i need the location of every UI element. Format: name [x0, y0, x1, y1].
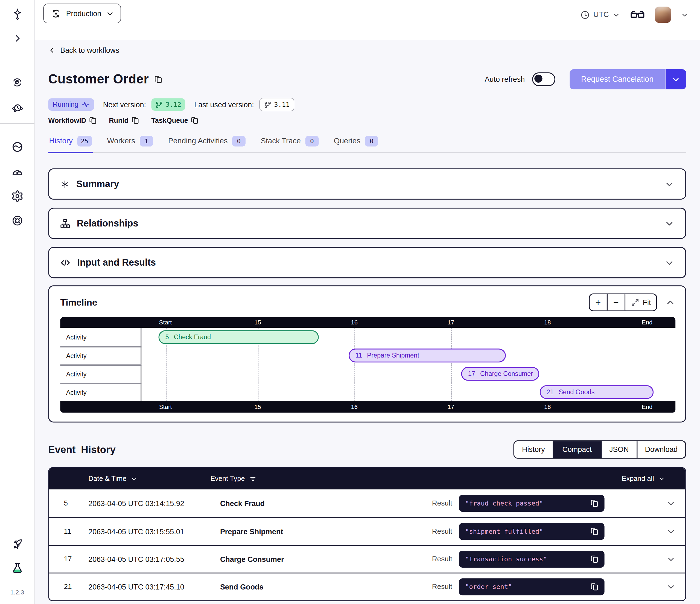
timezone-label: UTC — [593, 10, 609, 19]
gridline — [258, 364, 258, 383]
title-actions: Auto refresh Request Cancelation — [484, 69, 686, 89]
tab-history[interactable]: History 25 — [48, 136, 93, 153]
account-menu-chevron-icon[interactable] — [681, 11, 689, 19]
code-icon — [60, 257, 71, 268]
event-row[interactable]: 21 2063-04-05 UTC 03:17:45.10 Send Goods… — [49, 573, 685, 600]
sidebar-item-nexus-icon[interactable] — [8, 138, 26, 156]
copy-icon[interactable] — [131, 116, 140, 124]
sitemap-icon — [60, 218, 71, 229]
expand-row-chevron-icon[interactable] — [666, 554, 676, 564]
tab-workers[interactable]: Workers 1 — [106, 136, 154, 153]
event-history-title: Event History — [48, 444, 116, 455]
tab-count-badge: 1 — [140, 136, 153, 146]
copy-result-icon[interactable] — [590, 499, 599, 508]
copy-result-icon[interactable] — [590, 582, 599, 591]
sidebar-item-labs-flask-icon[interactable] — [8, 559, 26, 577]
temporal-logo-icon[interactable] — [8, 5, 26, 23]
gridline — [355, 328, 355, 346]
column-date-time[interactable]: Date & Time — [88, 475, 138, 483]
sidebar-item-support-icon[interactable] — [8, 212, 26, 229]
git-branch-icon — [264, 101, 272, 108]
run-id-copy[interactable]: RunId — [109, 116, 140, 124]
auto-refresh-toggle[interactable] — [532, 72, 555, 86]
tab-queries[interactable]: Queries 0 — [333, 136, 379, 153]
back-to-workflows-link[interactable]: Back to workflows — [48, 46, 119, 54]
copy-workflow-name-icon[interactable] — [154, 75, 163, 84]
section-summary[interactable]: Summary — [48, 169, 686, 200]
sidebar-item-settings-icon[interactable] — [8, 187, 26, 205]
namespace-name: Production — [66, 9, 101, 18]
timeline-bar-send-goods[interactable]: 21Send Goods — [540, 385, 653, 399]
tab-pending-activities[interactable]: Pending Activities 0 — [167, 136, 246, 153]
event-type-label: Event Type — [210, 475, 245, 483]
fit-button[interactable]: Fit — [625, 294, 656, 311]
topbar-right: UTC — [580, 0, 700, 24]
task-queue-copy[interactable]: TaskQueue — [151, 116, 199, 124]
gridline — [166, 383, 167, 401]
timeline-controls: + − Fit — [589, 293, 675, 311]
section-input-results[interactable]: Input and Results — [48, 247, 686, 278]
sidebar-item-workflows-icon[interactable] — [8, 73, 26, 91]
gridline — [258, 383, 258, 401]
timeline-row-label: Activity — [60, 328, 141, 346]
expand-row-chevron-icon[interactable] — [666, 527, 676, 536]
expand-row-chevron-icon[interactable] — [666, 499, 676, 508]
timeline-bar-prepare-shipment[interactable]: 11Prepare Shipment — [349, 348, 506, 362]
bar-event-id: 17 — [468, 370, 475, 377]
view-button-download[interactable]: Download — [636, 441, 685, 458]
request-cancelation-button[interactable]: Request Cancelation — [569, 69, 686, 89]
tab-count-badge: 0 — [305, 136, 319, 146]
chevron-down-icon[interactable] — [664, 179, 675, 189]
sidebar-item-schedules-icon[interactable] — [8, 99, 26, 117]
tab-stack-trace[interactable]: Stack Trace 0 — [260, 136, 319, 153]
copy-result-icon[interactable] — [590, 555, 599, 564]
gridline — [648, 364, 648, 383]
zoom-in-button[interactable]: + — [590, 294, 607, 311]
ids-row: WorkflowID RunId TaskQueue — [48, 116, 686, 124]
request-cancelation-menu[interactable] — [666, 69, 686, 89]
view-button-compact[interactable]: Compact — [553, 441, 602, 458]
workflow-id-copy[interactable]: WorkflowID — [48, 116, 97, 124]
tab-label: History — [49, 137, 73, 146]
timeline-title: Timeline — [60, 297, 97, 308]
topbar: Production UTC — [34, 0, 700, 40]
timezone-selector[interactable]: UTC — [580, 10, 620, 19]
gridline — [355, 364, 355, 383]
axis-tick-label: End — [642, 404, 652, 410]
event-row[interactable]: 17 2063-04-05 UTC 03:17:05.55 Charge Con… — [49, 545, 685, 573]
chevron-down-icon[interactable] — [664, 218, 675, 229]
view-button-json[interactable]: JSON — [602, 441, 636, 458]
timeline-collapse-chevron-icon[interactable] — [665, 297, 676, 308]
tab-label: Workers — [107, 137, 135, 146]
timeline-card: Timeline + − Fit Start15 — [48, 285, 686, 422]
copy-result-icon[interactable] — [590, 527, 599, 536]
chevron-down-icon — [612, 11, 620, 19]
sidebar-item-getting-started-rocket-icon[interactable] — [8, 535, 26, 553]
sidebar-item-usage-icon[interactable] — [8, 163, 26, 180]
labs-glasses-icon[interactable] — [630, 8, 645, 21]
result-value: "order sent" — [465, 583, 590, 590]
namespace-switcher[interactable]: Production — [43, 4, 121, 23]
task-queue-label: TaskQueue — [151, 116, 188, 124]
result-code-pill: "transaction success" — [459, 551, 604, 567]
bar-event-name: Prepare Shipment — [367, 352, 419, 359]
timeline-bar-check-fraud[interactable]: 5Check Fraud — [158, 330, 319, 344]
view-button-history[interactable]: History — [514, 441, 552, 458]
copy-icon[interactable] — [89, 116, 97, 124]
expand-row-chevron-icon[interactable] — [666, 582, 676, 592]
sidebar-expand-chevron-icon[interactable] — [8, 29, 26, 47]
event-row[interactable]: 5 2063-04-05 UTC 03:14:15.92 Check Fraud… — [49, 489, 685, 517]
chevron-down-icon[interactable] — [664, 258, 675, 268]
axis-tick-label: 16 — [351, 319, 358, 326]
expand-all-button[interactable]: Expand all — [622, 475, 665, 483]
event-timestamp: 2063-04-05 UTC 03:14:15.92 — [88, 499, 220, 507]
copy-icon[interactable] — [191, 116, 199, 124]
last-used-version-label: Last used version: — [194, 100, 254, 109]
zoom-out-button[interactable]: − — [607, 294, 625, 311]
event-row[interactable]: 11 2063-04-05 UTC 03:15:55.01 Prepare Sh… — [49, 517, 685, 545]
timeline-bar-charge-consumer[interactable]: 17Charge Consumer — [461, 367, 539, 381]
request-cancelation-label[interactable]: Request Cancelation — [569, 69, 666, 89]
avatar[interactable] — [655, 6, 671, 23]
section-relationships[interactable]: Relationships — [48, 208, 686, 239]
column-event-type[interactable]: Event Type — [210, 475, 256, 483]
